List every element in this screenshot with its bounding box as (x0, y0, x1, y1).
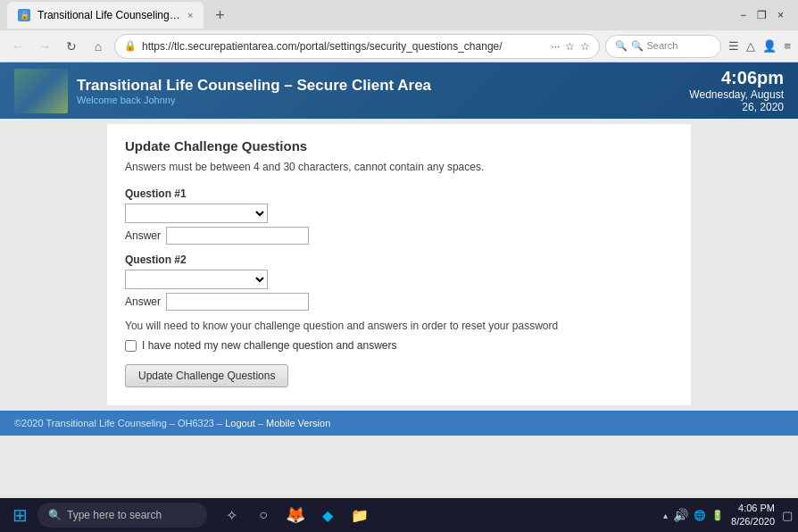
star-icon[interactable]: ☆ (580, 40, 590, 53)
website: Transitional Life Counseling – Secure Cl… (0, 62, 798, 525)
mobile-version-link[interactable]: Mobile Version (266, 418, 330, 428)
footer-text: ©2020 Transitional Life Counseling – OH6… (14, 418, 225, 428)
back-button[interactable]: ← (7, 36, 29, 57)
taskbar-icons: ✧ ○ 🦊 ◆ 📁 (218, 502, 373, 528)
footer-separator: – (255, 418, 266, 428)
main-content: Update Challenge Questions Answers must … (107, 124, 691, 405)
chevron-up-icon[interactable]: ▴ (663, 511, 668, 520)
site-welcome: Welcome back Johnny (77, 95, 431, 105)
answer1-label: Answer (125, 229, 161, 242)
maximize-button[interactable]: ❐ (757, 9, 767, 21)
new-tab-button[interactable]: + (207, 3, 232, 28)
site-title-area: Transitional Life Counseling – Secure Cl… (77, 77, 431, 105)
edge-taskbar-icon[interactable]: ◆ (314, 502, 341, 528)
sync-icon[interactable]: △ (746, 39, 755, 53)
taskbar: ⊞ 🔍 Type here to search ✧ ○ 🦊 ◆ 📁 ▴ 🔊 🌐 … (0, 498, 798, 532)
notification-icon[interactable]: ▢ (782, 509, 793, 522)
question2-label: Question #2 (125, 254, 673, 266)
browser-search-bar[interactable]: 🔍 🔍 Search (605, 35, 721, 58)
url-options-icon[interactable]: ··· (551, 40, 560, 53)
taskbar-search-box[interactable]: 🔍 Type here to search (37, 503, 207, 528)
window-controls: − ❐ × (740, 9, 791, 21)
search-text: 🔍 Search (631, 40, 677, 52)
battery-icon[interactable]: 🔋 (711, 510, 724, 521)
close-button[interactable]: × (777, 9, 784, 21)
active-tab[interactable]: 🔒 Transitional Life Counseling – Secu… × (7, 2, 204, 29)
acknowledgment-row: I have noted my new challenge question a… (125, 339, 673, 352)
logout-link[interactable]: Logout (225, 418, 255, 428)
site-time: 4:06pm (689, 68, 784, 88)
welcome-prefix: Welcome back (77, 95, 144, 105)
address-bar[interactable]: 🔒 https://tlc.securepatientarea.com/port… (114, 34, 600, 59)
username: Johnny (144, 95, 175, 105)
forward-button[interactable]: → (34, 36, 55, 57)
task-view-button[interactable]: ✧ (218, 502, 245, 528)
home-button[interactable]: ⌂ (87, 36, 109, 57)
submit-button[interactable]: Update Challenge Questions (125, 364, 288, 387)
answer2-input[interactable] (166, 293, 309, 311)
question1-label: Question #1 (125, 187, 673, 200)
page-title: Update Challenge Questions (125, 138, 673, 154)
answer1-input[interactable] (166, 227, 309, 245)
cortana-button[interactable]: ○ (250, 502, 277, 528)
question1-group: Question #1 Answer (125, 187, 673, 245)
password-notice: You will need to know your challenge que… (125, 320, 673, 332)
site-date-line1: Wednesday, August (689, 88, 784, 101)
tab-title: Transitional Life Counseling – Secu… (37, 9, 180, 21)
acknowledgment-label: I have noted my new challenge question a… (142, 339, 397, 352)
bookmark-icon[interactable]: ☆ (565, 40, 575, 53)
answer1-row: Answer (125, 227, 673, 245)
menu-icon[interactable]: ≡ (784, 39, 791, 53)
tab-close-button[interactable]: × (187, 10, 193, 21)
site-logo-area: Transitional Life Counseling – Secure Cl… (14, 69, 431, 113)
bookmarks-icon[interactable]: ☰ (728, 39, 739, 53)
site-logo (14, 69, 68, 113)
file-explorer-icon[interactable]: 📁 (346, 502, 373, 528)
system-clock[interactable]: 4:06 PM 8/26/2020 (731, 502, 775, 529)
question2-select[interactable] (125, 270, 268, 289)
firefox-taskbar-icon[interactable]: 🦊 (282, 502, 309, 528)
clock-date: 8/26/2020 (731, 515, 775, 528)
network-icon[interactable]: 🌐 (694, 510, 706, 521)
form-instructions: Answers must be between 4 and 30 charact… (125, 161, 673, 173)
question1-select[interactable] (125, 204, 268, 223)
clock-time: 4:06 PM (731, 502, 775, 515)
site-title: Transitional Life Counseling – Secure Cl… (77, 77, 431, 95)
account-icon[interactable]: 👤 (762, 39, 777, 53)
question2-group: Question #2 Answer (125, 254, 673, 311)
site-footer: ©2020 Transitional Life Counseling – OH6… (0, 411, 798, 436)
nav-bar: ← → ↻ ⌂ 🔒 https://tlc.securepatientarea.… (0, 30, 798, 62)
volume-icon[interactable]: 🔊 (673, 508, 688, 522)
refresh-button[interactable]: ↻ (61, 36, 82, 57)
url-text: https://tlc.securepatientarea.com/portal… (142, 40, 545, 53)
browser-chrome: 🔒 Transitional Life Counseling – Secu… ×… (0, 0, 798, 62)
start-button[interactable]: ⊞ (5, 501, 34, 529)
search-icon: 🔍 (615, 40, 628, 52)
site-date-line2: 26, 2020 (689, 101, 784, 113)
site-datetime: 4:06pm Wednesday, August 26, 2020 (689, 68, 784, 113)
site-header: Transitional Life Counseling – Secure Cl… (0, 62, 798, 119)
windows-logo-icon: ⊞ (12, 504, 28, 526)
taskbar-search-icon: 🔍 (48, 509, 62, 521)
minimize-button[interactable]: − (740, 9, 746, 21)
acknowledgment-checkbox[interactable] (125, 340, 137, 352)
nav-extras: 🔍 🔍 Search ☰ △ 👤 ≡ (605, 35, 791, 58)
taskbar-right: ▴ 🔊 🌐 🔋 4:06 PM 8/26/2020 ▢ (663, 502, 793, 529)
answer2-row: Answer (125, 293, 673, 311)
system-tray: ▴ 🔊 🌐 🔋 (663, 508, 724, 522)
answer2-label: Answer (125, 295, 161, 308)
content-wrapper: Update Challenge Questions Answers must … (0, 119, 798, 411)
taskbar-search-text: Type here to search (67, 509, 162, 521)
security-lock-icon: 🔒 (124, 40, 137, 52)
tab-bar: 🔒 Transitional Life Counseling – Secu… ×… (0, 0, 798, 30)
tab-favicon: 🔒 (18, 9, 30, 21)
